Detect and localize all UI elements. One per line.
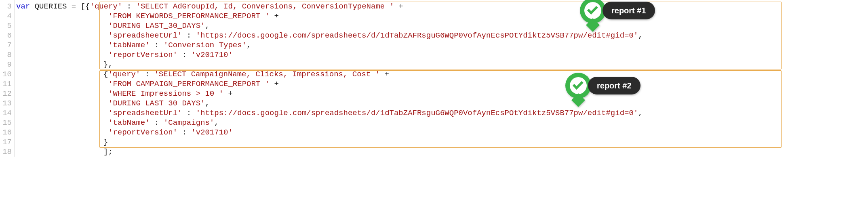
string-key: 'spreadsheetUrl' — [108, 109, 182, 117]
string: 'WHERE Impressions > 10 ' — [108, 89, 223, 98]
line-number: 8 — [0, 50, 12, 60]
operator: = — [67, 2, 80, 11]
check-icon — [580, 0, 606, 23]
line-number: 13 — [0, 99, 12, 108]
string: 'SELECT CampaignName, Clicks, Impression… — [154, 70, 380, 79]
string: 'FROM CAMPAIGN_PERFORMANCE_REPORT ' — [108, 80, 270, 88]
keyword: var — [16, 2, 30, 11]
bracket: { — [103, 70, 108, 79]
bracket: ]; — [103, 147, 113, 156]
string-key: 'spreadsheetUrl' — [108, 31, 182, 40]
string: 'DURING LAST_30_DAYS' — [108, 21, 205, 30]
code-editor: 3456789101112131415161718 report #1 repo… — [0, 0, 868, 157]
string: 'v201710' — [191, 50, 233, 59]
bracket: } — [103, 138, 108, 147]
line-number: 18 — [0, 147, 12, 157]
line-number: 5 — [0, 21, 12, 31]
string-key: 'reportVersion' — [108, 128, 177, 137]
line-number: 7 — [0, 40, 12, 50]
string-key: 'query' — [108, 70, 140, 79]
line-number: 6 — [0, 31, 12, 40]
code-line: var QUERIES = [{'query' : 'SELECT AdGrou… — [16, 2, 868, 11]
string: 'SELECT AdGroupId, Id, Conversions, Conv… — [136, 2, 394, 11]
code-line: } — [16, 137, 868, 147]
line-number-gutter: 3456789101112131415161718 — [0, 0, 15, 157]
code-line: 'WHERE Impressions > 10 ' + — [16, 89, 868, 99]
code-line: 'DURING LAST_30_DAYS', — [16, 21, 868, 31]
line-number: 14 — [0, 108, 12, 118]
code-line: }, — [16, 60, 868, 69]
line-number: 9 — [0, 60, 12, 69]
string: 'Campaigns' — [164, 118, 214, 127]
bracket: }, — [103, 60, 113, 69]
code-line: 'tabName' : 'Conversion Types', — [16, 40, 868, 50]
line-number: 16 — [0, 128, 12, 137]
line-number: 17 — [0, 137, 12, 147]
code-line: 'FROM KEYWORDS_PERFORMANCE_REPORT ' + — [16, 11, 868, 21]
string-key: 'reportVersion' — [108, 50, 177, 59]
callout-label: report #1 — [603, 2, 655, 19]
identifier: QUERIES — [35, 2, 67, 11]
code-line: 'spreadsheetUrl' : 'https://docs.google.… — [16, 31, 868, 40]
line-number: 11 — [0, 79, 12, 89]
string: 'FROM KEYWORDS_PERFORMANCE_REPORT ' — [108, 12, 270, 21]
code-line: 'spreadsheetUrl' : 'https://docs.google.… — [16, 108, 868, 118]
string: 'https://docs.google.com/spreadsheets/d/… — [196, 31, 638, 40]
line-number: 3 — [0, 2, 12, 11]
code-area: report #1 report #2 var QUERIES = [{'que… — [15, 0, 868, 157]
callout-report-2: report #2 — [565, 73, 640, 99]
line-number: 12 — [0, 89, 12, 99]
bracket: [{ — [81, 2, 90, 11]
code-line: 'reportVersion' : 'v201710' — [16, 50, 868, 60]
string-key: 'query' — [90, 2, 122, 11]
line-number: 10 — [0, 69, 12, 79]
line-number: 4 — [0, 11, 12, 21]
string: 'v201710' — [191, 128, 233, 137]
string: 'DURING LAST_30_DAYS' — [108, 99, 205, 108]
string-key: 'tabName' — [108, 118, 150, 127]
code-line: 'reportVersion' : 'v201710' — [16, 128, 868, 137]
callout-report-1: report #1 — [580, 0, 655, 23]
string: 'https://docs.google.com/spreadsheets/d/… — [196, 109, 638, 117]
string-key: 'tabName' — [108, 41, 150, 50]
code-line: ]; — [16, 147, 868, 157]
line-number: 15 — [0, 118, 12, 128]
code-line: 'FROM CAMPAIGN_PERFORMANCE_REPORT ' + — [16, 79, 868, 89]
code-line: 'tabName' : 'Campaigns', — [16, 118, 868, 128]
check-icon — [565, 73, 591, 99]
code-line: {'query' : 'SELECT CampaignName, Clicks,… — [16, 69, 868, 79]
string: 'Conversion Types' — [164, 41, 246, 50]
code-line: 'DURING LAST_30_DAYS', — [16, 99, 868, 108]
callout-label: report #2 — [588, 77, 640, 94]
